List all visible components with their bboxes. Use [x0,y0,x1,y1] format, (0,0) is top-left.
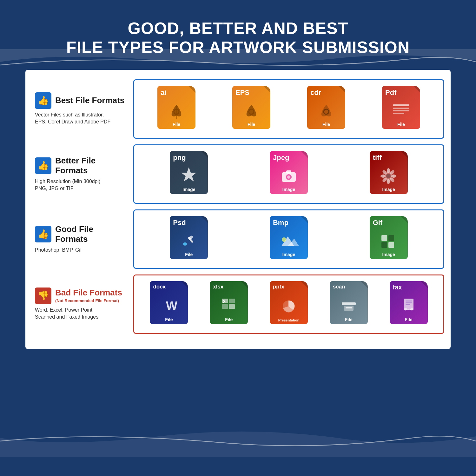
section-bad-desc: Word, Excel, Power Point,Scanned and Fax… [35,307,98,321]
file-scan-shape: scan File [330,281,368,324]
file-jpeg-shape: Jpeg Image [270,151,308,194]
svg-rect-41 [342,302,356,305]
main-card: 👍 Best File Formats Vector Files such as… [25,70,451,349]
section-good-desc: Photoshop, BMP, Gif [35,247,82,254]
file-pdf: Pdf File [380,86,422,132]
file-pdf-shape: Pdf File [382,86,420,129]
thumbs-up-icon-better: 👍 [35,157,51,174]
file-xlsx-shape: xlsx X File [210,281,248,324]
file-fax: fax File [388,281,429,327]
svg-text:X: X [223,299,226,304]
section-bad-left: 👎 Bad File Formats (Not Recommended File… [32,288,133,321]
file-docx-shape: docx W File [150,281,188,324]
file-fax-shape: fax File [390,281,428,324]
section-better-files: png Image Jpeg [133,144,444,204]
file-png-shape: png Image [170,151,208,194]
section-good-title: Good File Formats [55,224,127,244]
svg-rect-30 [381,235,387,241]
file-tiff-shape: tiff [370,151,408,194]
svg-text:W: W [166,299,177,313]
section-good-files: Psd File Bmp [133,209,444,269]
section-better-title: Better File Formats [55,156,127,175]
file-pptx: pptx Presentation [268,281,309,327]
svg-point-18 [391,175,396,178]
file-gif-shape: Gif Image [370,216,408,259]
section-best-left: 👍 Best File Formats Vector Files such as… [32,92,133,126]
section-good-header: 👍 Good File Formats [35,224,127,244]
section-bad-header: 👎 Bad File Formats (Not Recommended File… [35,288,122,304]
svg-rect-31 [388,235,394,241]
file-bmp-shape: Bmp Image [270,216,308,259]
section-best-header: 👍 Best File Formats [35,92,124,109]
svg-rect-33 [388,242,394,248]
file-psd: Psd File [168,216,209,262]
file-scan: scan File [328,281,369,327]
svg-rect-32 [381,242,387,248]
svg-point-23 [386,174,391,178]
file-gif: Gif Image [368,216,409,262]
file-tiff: tiff [368,151,409,197]
section-good: 👍 Good File Formats Photoshop, BMP, Gif … [32,209,444,269]
thumbs-down-icon-bad: 👎 [35,288,51,304]
file-png: png Image [168,151,209,197]
thumbs-up-icon-good: 👍 [35,226,51,242]
section-best-title: Best File Formats [55,96,124,105]
file-eps: EPS File [231,86,272,132]
svg-rect-43 [346,307,352,308]
file-ai-shape: ai File [157,86,195,129]
svg-rect-38 [229,304,235,309]
svg-point-16 [387,179,390,184]
file-cdr-shape: cdr File [307,86,345,129]
svg-rect-46 [406,302,412,303]
section-better: 👍 Better File Formats High Resolution (M… [32,144,444,204]
section-bad-title-block: Bad File Formats (Not Recommended File F… [55,288,122,303]
svg-point-29 [282,237,286,242]
page-title: GOOD, BETTER AND BEST FILE TYPES FOR ART… [66,19,410,57]
svg-point-17 [380,175,386,178]
section-best-files: ai File EPS [133,79,444,139]
svg-point-12 [287,175,290,179]
svg-marker-8 [181,167,196,182]
svg-rect-7 [393,113,404,114]
thumbs-up-icon-best: 👍 [35,92,51,109]
section-bad: 👎 Bad File Formats (Not Recommended File… [32,274,444,334]
file-docx: docx W File [148,281,189,327]
section-good-left: 👍 Good File Formats Photoshop, BMP, Gif [32,224,133,254]
file-cdr: cdr File [306,86,347,132]
section-bad-files: docx W File xlsx [133,274,444,334]
file-jpeg: Jpeg Image [268,151,309,197]
section-better-header: 👍 Better File Formats [35,156,127,175]
svg-rect-37 [222,304,228,309]
file-psd-shape: Psd File [170,216,208,259]
svg-rect-5 [393,108,409,109]
file-ai: ai File [156,86,197,132]
svg-rect-45 [406,301,412,301]
svg-point-26 [183,242,187,246]
section-best-desc: Vector Files such as Illustrator,EPS, Co… [35,111,110,126]
section-bad-subtitle: (Not Recommended File Format) [55,298,119,303]
file-xlsx: xlsx X File [208,281,249,327]
file-bmp: Bmp Image [268,216,309,262]
section-best: 👍 Best File Formats Vector Files such as… [32,79,444,139]
svg-rect-10 [286,170,291,174]
section-better-desc: High Resolution (Min 300dpi)PNG, JPG or … [35,178,100,192]
section-better-left: 👍 Better File Formats High Resolution (M… [32,156,133,192]
svg-point-15 [387,168,390,173]
svg-rect-47 [406,304,410,305]
svg-rect-36 [229,299,235,303]
file-pptx-shape: pptx Presentation [270,281,308,324]
section-bad-title: Bad File Formats [55,288,122,297]
svg-rect-4 [393,104,409,106]
svg-rect-6 [393,110,409,111]
file-eps-shape: EPS File [232,86,270,129]
